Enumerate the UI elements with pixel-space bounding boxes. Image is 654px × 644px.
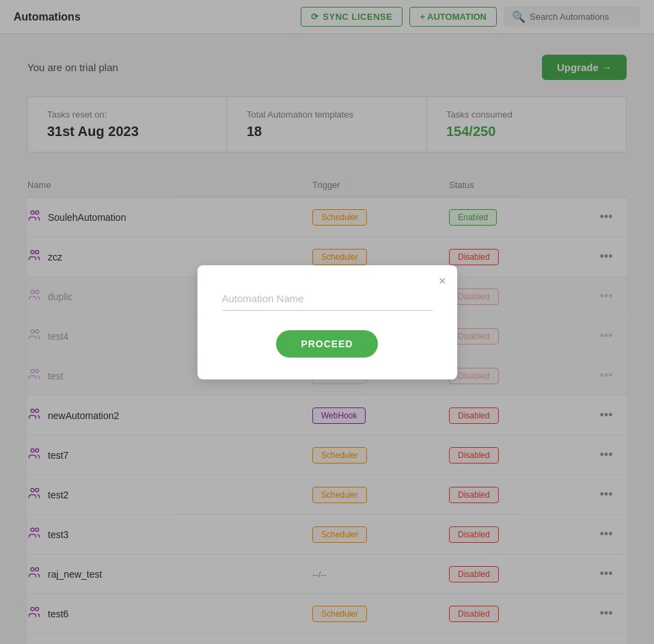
automation-name-input[interactable] [222,287,433,311]
modal-overlay: × PROCEED [0,0,654,644]
automation-name-modal: × PROCEED [197,265,457,379]
proceed-button[interactable]: PROCEED [276,330,377,358]
modal-close-button[interactable]: × [439,275,446,287]
